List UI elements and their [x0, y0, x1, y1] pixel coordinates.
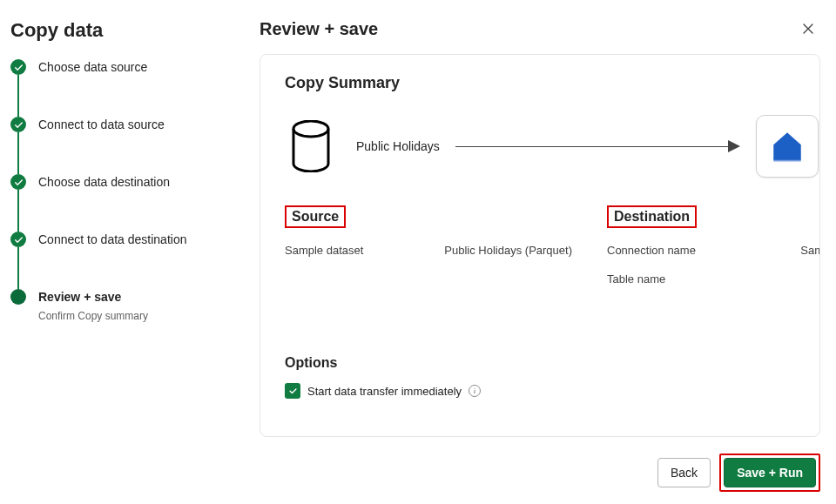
- step-choose-data-destination[interactable]: Choose data destination: [10, 174, 244, 232]
- field-key: Connection name: [607, 244, 696, 257]
- field-value: SampleLakehouse: [800, 244, 820, 257]
- options-heading: Options: [285, 355, 820, 371]
- arrow-icon: [455, 140, 741, 152]
- step-choose-data-source[interactable]: Choose data source: [10, 59, 244, 117]
- step-label: Connect to data source: [38, 117, 165, 132]
- page-title: Review + save: [260, 19, 378, 39]
- back-button[interactable]: Back: [657, 458, 711, 487]
- svg-point-0: [293, 121, 328, 137]
- destination-heading: Destination: [607, 205, 697, 228]
- field-value: Public Holidays (Parquet): [444, 244, 572, 257]
- lakehouse-icon: [756, 115, 819, 178]
- start-immediately-checkbox[interactable]: [285, 383, 300, 399]
- summary-flow: Public Holidays Lakehouse: [285, 113, 820, 179]
- step-connect-data-source[interactable]: Connect to data source: [10, 117, 244, 174]
- info-icon[interactable]: i: [469, 385, 481, 397]
- step-label: Review + save: [38, 289, 148, 305]
- dialog-footer: Back Save + Run: [657, 454, 820, 492]
- summary-card: Copy Summary Public Holidays: [260, 54, 820, 437]
- field-key: Table name: [607, 272, 665, 286]
- start-immediately-label: Start data transfer immediately: [307, 385, 462, 398]
- check-icon: [288, 386, 298, 396]
- close-icon: [801, 22, 815, 36]
- destination-column: Destination Connection name SampleLakeho…: [607, 205, 820, 286]
- check-icon: [10, 232, 26, 247]
- source-field-row: Sample dataset Public Holidays (Parquet): [285, 244, 572, 257]
- source-heading: Source: [285, 205, 346, 228]
- step-review-save[interactable]: Review + save Confirm Copy summary: [10, 289, 244, 324]
- wizard-sidebar: Copy data Choose data source Connect to …: [0, 0, 244, 504]
- destination-field-row: Connection name SampleLakehouse: [607, 244, 820, 257]
- check-icon: [10, 59, 26, 75]
- flow-source-label: Public Holidays: [356, 139, 440, 153]
- destination-field-row: Table name PublicHolidays: [607, 272, 820, 286]
- check-icon: [10, 174, 26, 190]
- wizard-steps: Choose data source Connect to data sourc…: [10, 59, 244, 324]
- close-button[interactable]: [796, 17, 820, 41]
- source-column: Source Sample dataset Public Holidays (P…: [285, 205, 572, 286]
- database-icon: [285, 113, 337, 179]
- field-key: Sample dataset: [285, 244, 363, 257]
- options-section: Options Start data transfer immediately …: [285, 355, 820, 399]
- check-icon: [10, 117, 26, 132]
- current-step-icon: [10, 289, 26, 305]
- wizard-title: Copy data: [10, 19, 244, 42]
- step-label: Choose data source: [38, 59, 147, 75]
- step-label: Connect to data destination: [38, 232, 186, 247]
- main-panel: Review + save Copy Summary Public Holida…: [244, 0, 836, 504]
- save-run-button[interactable]: Save + Run: [724, 458, 816, 487]
- step-connect-data-destination[interactable]: Connect to data destination: [10, 232, 244, 289]
- step-label: Choose data destination: [38, 174, 170, 190]
- summary-title: Copy Summary: [285, 74, 820, 92]
- step-sublabel: Confirm Copy summary: [38, 308, 148, 324]
